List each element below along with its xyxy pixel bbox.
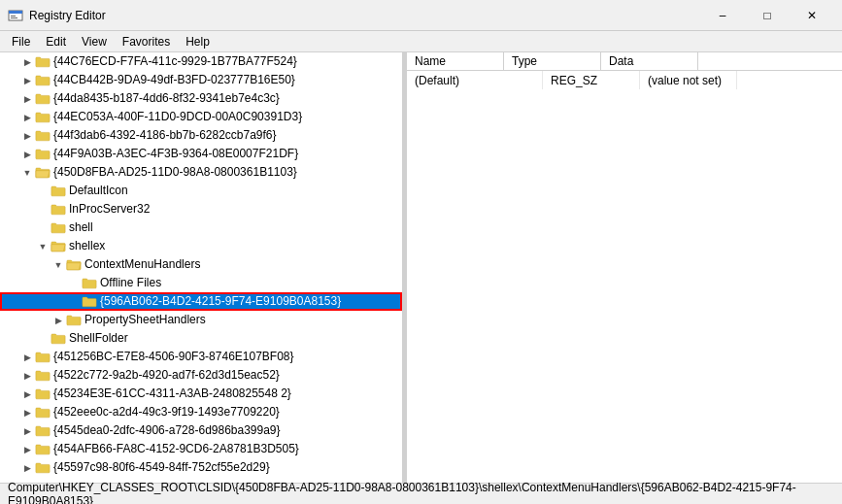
folder-icon — [51, 185, 66, 197]
expander-icon[interactable]: ▶ — [19, 350, 35, 365]
col-name: Name — [407, 52, 504, 70]
app-icon — [8, 8, 23, 23]
folder-icon — [35, 111, 51, 123]
tree-item-label: {45234E3E-61CC-4311-A3AB-2480825548 2} — [53, 385, 291, 403]
folder-icon — [35, 424, 51, 437]
tree-item[interactable]: ▼ shellex — [0, 237, 402, 255]
folder-icon — [35, 55, 51, 68]
folder-icon — [51, 203, 66, 216]
menu-file[interactable]: File — [4, 33, 38, 50]
svg-rect-1 — [9, 11, 22, 14]
value-row[interactable]: (Default) REG_SZ (value not set) — [407, 71, 842, 89]
tree-item[interactable]: ▼ {450D8FBA-AD25-11D0-98A8-0800361B1103} — [0, 163, 402, 182]
tree-item[interactable]: ▶ {44F9A03B-A3EC-4F3B-9364-08E0007F21DF} — [0, 145, 402, 163]
tree-item[interactable]: ▶ {4522c772-9a2b-4920-ad7f-62d3d15eac52} — [0, 366, 402, 385]
expander-placeholder — [66, 276, 82, 291]
tree-item[interactable]: ▶ {4545dea0-2dfc-4906-a728-6d986ba399a9} — [0, 421, 402, 440]
tree-item-label: shell — [69, 218, 93, 237]
folder-icon — [51, 332, 66, 345]
minimize-button[interactable]: – — [700, 0, 745, 31]
close-button[interactable]: ✕ — [790, 0, 834, 31]
status-path: Computer\HKEY_CLASSES_ROOT\CLSID\{450D8F… — [8, 481, 834, 505]
expander-placeholder — [35, 220, 51, 236]
tree-item-label: {44EC053A-400F-11D0-9DCD-00A0C90391D3} — [53, 108, 302, 126]
expander-icon[interactable]: ▼ — [35, 239, 51, 254]
folder-icon — [66, 258, 82, 271]
expander-icon[interactable]: ▶ — [19, 405, 35, 420]
tree-item-label: PropertySheetHandlers — [84, 311, 206, 329]
tree-item[interactable]: {596AB062-B4D2-4215-9F74-E9109B0A8153} — [0, 292, 402, 311]
expander-icon[interactable]: ▶ — [19, 147, 35, 162]
svg-rect-3 — [11, 17, 17, 18]
expander-icon[interactable]: ▶ — [19, 423, 35, 439]
tree-item-label: {44C76ECD-F7FA-411c-9929-1B77BA77F524} — [53, 52, 297, 71]
tree-item[interactable]: ▼ ContextMenuHandlers — [0, 255, 402, 274]
menu-favorites[interactable]: Favorites — [115, 33, 178, 50]
tree-item[interactable]: DefaultIcon — [0, 182, 402, 200]
values-header: Name Type Data — [407, 52, 842, 71]
expander-icon[interactable]: ▶ — [19, 368, 35, 384]
expander-icon[interactable]: ▶ — [19, 73, 35, 88]
tree-item-label: {4545dea0-2dfc-4906-a728-6d986ba399a9} — [53, 421, 281, 440]
expander-icon[interactable]: ▶ — [51, 313, 66, 328]
registry-tree[interactable]: ▶ {44C76ECD-F7FA-411c-9929-1B77BA77F524}… — [0, 52, 403, 483]
folder-icon — [35, 351, 51, 363]
tree-item[interactable]: ▶ {45597c98-80f6-4549-84ff-752cf55e2d29} — [0, 458, 402, 477]
menu-help[interactable]: Help — [178, 33, 218, 50]
folder-icon — [51, 221, 66, 234]
tree-item[interactable]: ▶ {452eee0c-a2d4-49c3-9f19-1493e7709220} — [0, 403, 402, 421]
tree-item[interactable]: Offline Files — [0, 274, 402, 292]
maximize-button[interactable]: □ — [745, 0, 790, 31]
tree-item[interactable]: ▶ {44CB442B-9DA9-49df-B3FD-023777B16E50} — [0, 71, 402, 89]
tree-item[interactable]: ShellFolder — [0, 329, 402, 348]
values-rows: (Default) REG_SZ (value not set) — [407, 71, 842, 89]
tree-item[interactable]: ▶ {44EC053A-400F-11D0-9DCD-00A0C90391D3} — [0, 108, 402, 126]
folder-icon — [35, 443, 51, 455]
expander-icon[interactable]: ▶ — [19, 460, 35, 476]
folder-icon — [35, 166, 51, 179]
folder-icon — [35, 406, 51, 419]
expander-icon[interactable]: ▼ — [19, 165, 35, 181]
value-name: (Default) — [407, 71, 543, 89]
tree-item-label: {44F9A03B-A3EC-4F3B-9364-08E0007F21DF} — [53, 145, 298, 163]
tree-item-label: {454AFB66-FA8C-4152-9CD6-2A8781B3D505} — [53, 440, 299, 458]
tree-item[interactable]: ▶ {45234E3E-61CC-4311-A3AB-2480825548 2} — [0, 385, 402, 403]
expander-icon[interactable]: ▶ — [19, 442, 35, 457]
tree-item-label: {452eee0c-a2d4-49c3-9f19-1493e7709220} — [53, 403, 280, 421]
tree-item-label: {44da8435-b187-4dd6-8f32-9341eb7e4c3c} — [53, 89, 280, 108]
tree-item-label: {596AB062-B4D2-4215-9F74-E9109B0A8153} — [100, 292, 341, 311]
window-controls: – □ ✕ — [700, 0, 834, 31]
value-data: (value not set) — [640, 71, 737, 89]
svg-rect-2 — [11, 16, 16, 17]
expander-icon[interactable]: ▶ — [19, 128, 35, 144]
tree-item-label: shellex — [69, 237, 105, 255]
tree-item[interactable]: ▶ PropertySheetHandlers — [0, 311, 402, 329]
tree-item-label: InProcServer32 — [69, 200, 150, 218]
expander-placeholder — [35, 184, 51, 199]
folder-icon — [66, 314, 82, 326]
tree-item[interactable]: ▶ {44da8435-b187-4dd6-8f32-9341eb7e4c3c} — [0, 89, 402, 108]
tree-item[interactable]: InProcServer32 — [0, 200, 402, 218]
expander-icon[interactable]: ▶ — [19, 54, 35, 70]
tree-item[interactable]: ▶ {451256BC-E7E8-4506-90F3-8746E107BF08} — [0, 348, 402, 366]
tree-item[interactable]: shell — [0, 218, 402, 237]
main-content: ▶ {44C76ECD-F7FA-411c-9929-1B77BA77F524}… — [0, 52, 842, 483]
expander-icon[interactable]: ▶ — [19, 386, 35, 402]
menu-view[interactable]: View — [74, 33, 115, 50]
folder-icon — [35, 92, 51, 105]
expander-icon[interactable]: ▶ — [19, 91, 35, 107]
menu-edit[interactable]: Edit — [38, 33, 74, 50]
tree-item[interactable]: ▶ {454AFB66-FA8C-4152-9CD6-2A8781B3D505} — [0, 440, 402, 458]
window-title: Registry Editor — [29, 9, 700, 22]
folder-icon — [35, 369, 51, 382]
folder-icon — [35, 74, 51, 86]
tree-item[interactable]: ▶ {44f3dab6-4392-4186-bb7b-6282ccb7a9f6} — [0, 126, 402, 145]
expander-icon[interactable]: ▼ — [51, 257, 66, 273]
tree-item-label: ShellFolder — [69, 329, 128, 348]
expander-icon[interactable]: ▶ — [19, 110, 35, 125]
tree-item[interactable]: ▶ {44C76ECD-F7FA-411c-9929-1B77BA77F524} — [0, 52, 402, 71]
tree-item-label: ContextMenuHandlers — [84, 255, 200, 274]
folder-icon — [82, 295, 97, 308]
folder-icon — [35, 148, 51, 160]
folder-icon — [51, 240, 66, 252]
